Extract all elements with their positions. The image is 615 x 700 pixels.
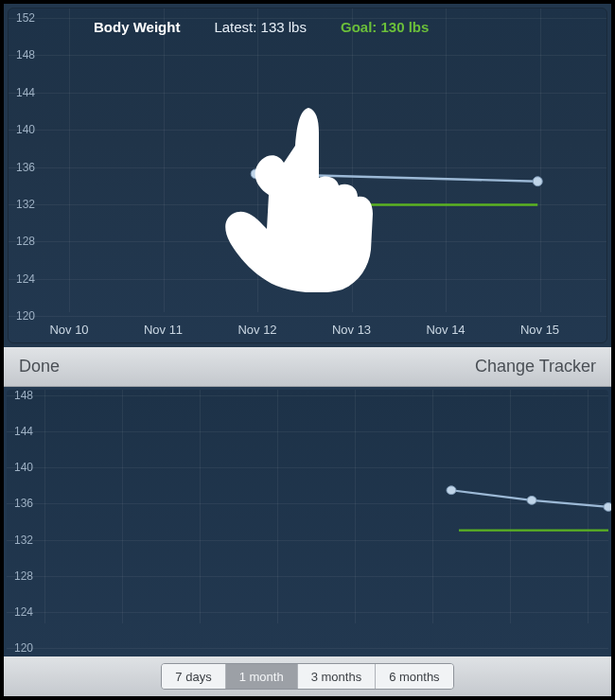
x-axis-tick: Nov 14 [426,323,465,337]
top-plot [9,9,606,312]
bottom-panel: Done Change Tracker 14814414013613212812… [4,347,611,696]
range-segment-3-months[interactable]: 3 months [298,664,376,689]
done-button[interactable]: Done [19,357,60,376]
svg-line-0 [255,174,537,182]
bottom-chart-panel[interactable]: 148144140136132128124120 [4,387,611,656]
x-axis-tick: Nov 15 [520,323,559,337]
svg-point-2 [533,177,542,186]
svg-point-5 [527,496,536,504]
bottom-chart-inner: 148144140136132128124120 [7,390,608,654]
change-tracker-button[interactable]: Change Tracker [475,357,596,376]
x-axis-tick: Nov 10 [49,323,88,337]
y-axis-tick: 120 [14,641,33,655]
range-segment-bar: 7 days1 month3 months6 months [4,656,611,696]
range-segment-7-days[interactable]: 7 days [162,664,225,689]
grid-line-h [9,316,606,317]
x-axis-tick: Nov 13 [332,323,371,337]
svg-point-6 [604,503,611,512]
bottom-plot [7,390,608,623]
top-chart-inner: 152148144140136132128124120 Nov 10Nov 11… [8,8,607,343]
range-segment-1-month[interactable]: 1 month [226,664,298,689]
range-segment-6-months[interactable]: 6 months [376,664,452,689]
grid-line-h [7,648,608,649]
svg-point-4 [447,486,456,495]
svg-point-1 [251,169,260,179]
edit-toolbar: Done Change Tracker [4,347,611,387]
top-chart-panel[interactable]: 152148144140136132128124120 Nov 10Nov 11… [4,4,611,347]
x-axis-tick: Nov 11 [144,323,183,337]
x-axis-tick: Nov 12 [237,323,276,337]
range-segmented-control[interactable]: 7 days1 month3 months6 months [161,663,453,690]
screenshot-frame: 152148144140136132128124120 Nov 10Nov 11… [0,0,615,700]
